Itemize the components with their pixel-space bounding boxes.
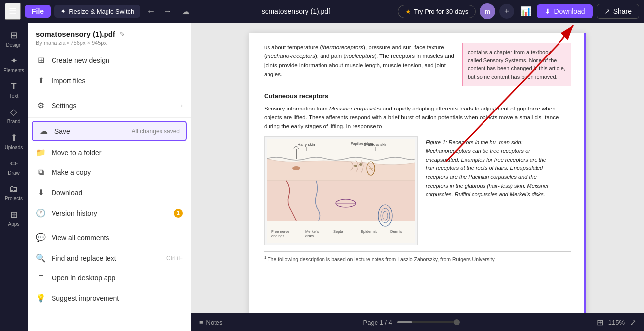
cutaneous-text-1: Sensory information from	[264, 106, 329, 111]
file-meta: By maria zia • 756px × 945px	[36, 40, 183, 46]
share-button[interactable]: ↗ Share	[597, 4, 639, 19]
share-label: Share	[613, 7, 632, 15]
menu-item-comments[interactable]: 💬 View all comments	[28, 227, 191, 248]
notes-button[interactable]: ≡ Notes	[199, 319, 223, 326]
edit-title-icon[interactable]: ✎	[119, 30, 125, 38]
import-icon: ⬆	[36, 76, 46, 85]
doc-mechanoreceptors: mechano-receptors	[266, 53, 315, 59]
settings-label: Settings	[52, 102, 175, 110]
version-history-icon: 🕐	[36, 208, 46, 218]
menu-item-save[interactable]: ☁ Save All changes saved	[32, 121, 187, 141]
divider-3	[28, 225, 191, 225]
sidebar-label-projects: Projects	[5, 196, 23, 201]
undo-button[interactable]: ←	[144, 4, 157, 19]
save-icon: ☁	[39, 126, 49, 136]
sidebar-item-uploads[interactable]: ⬆ Uploads	[1, 129, 26, 153]
sidebar-item-brand[interactable]: ◇ Brand	[1, 104, 26, 127]
cloud-save-button[interactable]: ☁	[178, 5, 194, 18]
redo-button[interactable]: →	[161, 4, 174, 19]
sidebar-item-draw[interactable]: ✏ Draw	[1, 155, 26, 179]
menu-item-import[interactable]: ⬆ Import files	[28, 70, 191, 91]
add-collaborator-button[interactable]: +	[499, 4, 514, 19]
document-container[interactable]: us about temperature (thermoreceptors), …	[191, 23, 644, 313]
settings-icon: ⚙	[36, 101, 46, 110]
file-title: somatosensory (1).pdf	[36, 30, 115, 38]
text-icon: T	[11, 81, 17, 92]
page-info: Page 1 / 4	[363, 319, 392, 326]
sidebar-item-elements[interactable]: ✦ Elements	[1, 53, 26, 76]
file-button[interactable]: File	[25, 5, 51, 18]
doc-figure-caption: Figure 1: Receptors in the hu- man skin:…	[426, 136, 554, 245]
magic-icon: ✦	[60, 7, 66, 15]
expand-button[interactable]: ⤢	[630, 318, 636, 327]
sidebar-label-text: Text	[9, 93, 18, 99]
topbar: ☰ File ✦ Resize & Magic Switch ← → ☁ som…	[0, 0, 644, 23]
download-button[interactable]: ⬇ Download	[537, 4, 592, 18]
doc-note-col: contains a chapter from a textbook calle…	[462, 43, 571, 86]
divider-1	[28, 93, 191, 93]
menu-item-download[interactable]: ⬇ Download	[28, 182, 191, 203]
doc-text-part3: ), and pain (	[315, 53, 345, 59]
svg-point-20	[359, 163, 362, 166]
menu-item-suggest[interactable]: 💡 Suggest improvement	[28, 288, 191, 308]
svg-text:Dermis: Dermis	[390, 229, 402, 234]
menu-item-move-folder[interactable]: 📁 Move to a folder	[28, 142, 191, 163]
sidebar-item-design[interactable]: ⊞ Design	[1, 27, 26, 51]
file-menu-panel: somatosensory (1).pdf ✎ By maria zia • 7…	[28, 23, 191, 331]
menu-item-copy[interactable]: ⧉ Make a copy	[28, 163, 191, 182]
create-new-label: Create new design	[52, 56, 183, 64]
menu-item-settings[interactable]: ⚙ Settings ›	[28, 95, 191, 115]
menu-icon[interactable]: ☰	[5, 3, 21, 20]
suggest-label: Suggest improvement	[52, 294, 183, 302]
avatar[interactable]: m	[480, 3, 495, 19]
notes-label: Notes	[206, 319, 223, 326]
move-folder-label: Move to a folder	[52, 149, 183, 157]
footnote-text: The following description is based on le…	[268, 256, 496, 262]
desktop-app-icon: 🖥	[36, 274, 46, 282]
sidebar-item-text[interactable]: T Text	[1, 78, 26, 102]
try-pro-button[interactable]: ★ Try Pro for 30 days	[398, 5, 476, 18]
footnote-sup: 1	[264, 255, 266, 260]
uploads-icon: ⬆	[10, 132, 18, 143]
sidebar-item-projects[interactable]: 🗂 Projects	[1, 181, 26, 204]
notes-icon: ≡	[199, 319, 203, 326]
menu-item-desktop-app[interactable]: 🖥 Open in desktop app	[28, 268, 191, 288]
page-progress-bar[interactable]	[397, 321, 457, 323]
content-area: us about temperature (thermoreceptors), …	[191, 23, 644, 331]
svg-text:endings: endings	[271, 234, 285, 238]
progress-dot	[454, 319, 460, 325]
document-page: us about temperature (thermoreceptors), …	[249, 33, 586, 313]
resize-magic-switch-button[interactable]: ✦ Resize & Magic Switch	[54, 5, 140, 18]
analytics-button[interactable]: 📊	[518, 4, 533, 19]
doc-note-box: contains a chapter from a textbook calle…	[462, 43, 571, 86]
meissner-ref: Meissner corpuscles	[329, 106, 381, 111]
save-status: All changes saved	[132, 128, 180, 135]
sidebar-label-brand: Brand	[7, 119, 21, 124]
sidebar-label-elements: Elements	[3, 68, 24, 73]
import-label: Import files	[52, 77, 183, 85]
doc-thermoreceptors: thermoreceptors	[322, 44, 363, 50]
doc-text-part1: us about temperature (	[264, 44, 322, 50]
desktop-app-label: Open in desktop app	[52, 274, 183, 282]
skin-diagram-svg: Hairy skin Glabrous skin	[267, 139, 415, 243]
resize-label: Resize & Magic Switch	[69, 8, 134, 15]
suggest-icon: 💡	[36, 293, 46, 303]
left-sidebar: ⊞ Design ✦ Elements T Text ◇ Brand ⬆ Upl…	[0, 23, 28, 331]
sidebar-label-draw: Draw	[8, 170, 19, 176]
svg-point-9	[292, 166, 300, 170]
download-label: Download	[554, 7, 585, 15]
copy-label: Make a copy	[52, 168, 183, 176]
copy-icon: ⧉	[36, 168, 46, 177]
projects-icon: 🗂	[9, 184, 18, 194]
page-progress-fill	[397, 321, 412, 323]
grid-view-button[interactable]: ⊞	[597, 318, 603, 327]
sidebar-item-apps[interactable]: ⊞ Apps	[1, 206, 26, 230]
topbar-right: ★ Try Pro for 30 days m + 📊 ⬇ Download ↗…	[398, 3, 639, 19]
svg-text:Septa: Septa	[333, 229, 343, 234]
menu-item-version-history[interactable]: 🕐 Version history 1	[28, 203, 191, 223]
menu-item-find-replace[interactable]: 🔍 Find and replace text Ctrl+F	[28, 248, 191, 268]
save-label: Save	[54, 127, 126, 135]
file-menu-header: somatosensory (1).pdf ✎ By maria zia • 7…	[28, 23, 191, 50]
menu-item-create-new[interactable]: ⊞ Create new design	[28, 50, 191, 70]
doc-note-text: contains a chapter from a textbook calle…	[468, 49, 565, 80]
